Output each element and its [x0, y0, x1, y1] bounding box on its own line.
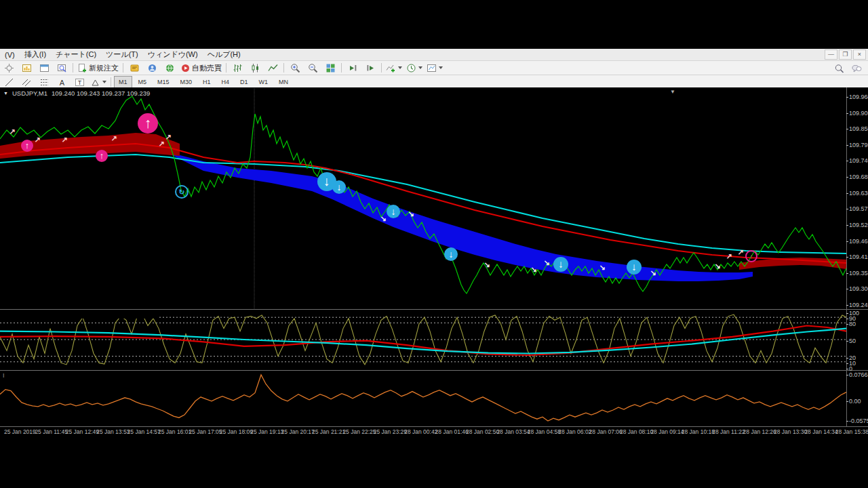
- fibonacci-button[interactable]: [35, 75, 53, 89]
- axis-tick: [846, 358, 848, 359]
- auto-scroll-button[interactable]: [344, 61, 361, 75]
- price-axis-label: 109.410: [849, 253, 868, 260]
- auto-scroll-icon: [348, 63, 358, 73]
- crosshair-button[interactable]: [0, 61, 18, 75]
- autotrading-button[interactable]: 自動売買: [178, 61, 224, 75]
- chat-button[interactable]: [848, 62, 865, 75]
- data-window-button[interactable]: [161, 61, 178, 75]
- timeframe-w1-button[interactable]: W1: [254, 76, 273, 88]
- time-axis-label: 25 Jan 11:45: [35, 428, 68, 435]
- up-arrow-icon: ↗: [737, 248, 743, 256]
- menu-item-4[interactable]: ウィンドウ(W): [143, 49, 203, 60]
- timeframe-mn-button[interactable]: MN: [274, 76, 293, 88]
- text-button[interactable]: A: [53, 75, 71, 89]
- window-controls: —❐×: [825, 49, 866, 60]
- toolbar-separator: [341, 63, 342, 73]
- chart-shift-button[interactable]: [361, 61, 379, 75]
- terminal-button[interactable]: [143, 61, 161, 75]
- zoom-window-icon: [57, 63, 67, 73]
- chart-quick-menu-icon[interactable]: ▼: [3, 91, 8, 96]
- trendline-icon: [4, 77, 14, 87]
- buy-outline-signal-icon: ↑: [750, 253, 753, 260]
- chevron-down-icon: [418, 66, 422, 69]
- time-axis-label: 28 Jan 06:02: [558, 428, 591, 435]
- candle-chart-button[interactable]: [246, 61, 264, 75]
- time-axis-label: 25 Jan 17:05: [189, 428, 222, 435]
- metaeditor-button[interactable]: [125, 61, 143, 75]
- price-axis-label: 109.465: [849, 238, 868, 245]
- oscillator-indicator-panel[interactable]: [0, 310, 846, 370]
- new-order-icon: [77, 63, 87, 73]
- periods-button[interactable]: [404, 61, 425, 75]
- menu-item-1[interactable]: 挿入(I): [20, 49, 51, 60]
- search-icon: [834, 64, 844, 74]
- text-label-button[interactable]: T: [71, 75, 88, 89]
- up-arrow-icon: ↗: [158, 140, 164, 148]
- price-axis-label: 109.630: [849, 190, 868, 197]
- axis-tick: [846, 313, 848, 314]
- momentum-indicator-panel[interactable]: [0, 371, 846, 426]
- time-axis-label: 28 Jan 00:42: [404, 428, 437, 435]
- time-axis-label: 25 Jan 2019: [4, 428, 36, 435]
- trendline-button[interactable]: [0, 75, 18, 89]
- time-axis-label: 28 Jan 14:34: [804, 428, 837, 435]
- timeframe-m5-button[interactable]: M5: [134, 76, 152, 88]
- oscillator-axis-label: 50: [849, 338, 856, 344]
- axis-tick: [846, 257, 848, 258]
- menu-item-2[interactable]: チャート(C): [51, 49, 101, 60]
- profiles-icon: [39, 63, 50, 73]
- axis-tick: [846, 375, 848, 375]
- zoom-window-button[interactable]: [53, 61, 71, 75]
- zoom-in-button[interactable]: [286, 61, 304, 75]
- time-axis-label: 28 Jan 08:10: [620, 428, 653, 435]
- panel-separator: [0, 426, 868, 427]
- close-window-button[interactable]: ×: [853, 49, 866, 60]
- new-order-button[interactable]: 新規注文: [75, 61, 121, 75]
- zoom-out-button[interactable]: [304, 61, 321, 75]
- buy-signal-icon: ↑: [144, 115, 152, 131]
- axis-tick: [846, 401, 848, 402]
- channels-button[interactable]: [18, 75, 35, 89]
- timeframe-h4-button[interactable]: H4: [217, 76, 235, 88]
- chart-ohlc-values: 109.240 109.243 109.237 109.239: [52, 89, 150, 97]
- chart-shift-marker[interactable]: ▼: [670, 89, 675, 95]
- profiles-button[interactable]: [35, 61, 53, 75]
- templates-button[interactable]: [425, 61, 445, 75]
- menu-item-5[interactable]: ヘルプ(H): [203, 49, 245, 60]
- standard-toolbar: 新規注文自動売買: [0, 61, 868, 75]
- data-window-icon: [165, 63, 175, 73]
- restore-window-button[interactable]: ❐: [839, 49, 852, 60]
- timeframe-h1-button[interactable]: H1: [198, 76, 216, 88]
- timeframe-m15-button[interactable]: M15: [153, 76, 174, 88]
- price-axis-label: 109.905: [849, 110, 868, 117]
- main-price-chart[interactable]: ↑↑↑↑↓↓↓↓↓↓↻↗↗↗↗↗↗↗↗↘↘↘↘↘↘↘↘: [0, 88, 846, 309]
- tile-windows-button[interactable]: [321, 61, 339, 75]
- bar-chart-button[interactable]: [229, 61, 246, 75]
- menu-item-0[interactable]: (V): [0, 51, 20, 59]
- up-arrow-icon: ↗: [34, 136, 40, 144]
- search-button[interactable]: [830, 62, 848, 75]
- shapes-button[interactable]: [88, 75, 108, 89]
- timeframe-m30-button[interactable]: M30: [176, 76, 197, 88]
- timeframe-d1-button[interactable]: D1: [235, 76, 253, 88]
- axis-tick: [846, 193, 848, 194]
- price-axis-label: 109.575: [849, 205, 868, 212]
- line-chart-button[interactable]: [264, 61, 281, 75]
- minimize-window-button[interactable]: —: [825, 49, 837, 60]
- sell-signal-icon: ↓: [558, 258, 564, 270]
- down-arrow-icon: ↘: [484, 260, 490, 268]
- menu-item-3[interactable]: ツール(T): [101, 49, 143, 60]
- time-axis-label: 25 Jan 16:01: [158, 428, 191, 435]
- panel-separator[interactable]: [0, 309, 868, 310]
- axis-tick: [846, 97, 848, 98]
- new-chart-button[interactable]: [18, 61, 35, 75]
- time-axis-label: 25 Jan 12:49: [66, 428, 99, 435]
- indicators-button[interactable]: [384, 61, 404, 75]
- down-arrow-icon: ↘: [714, 262, 720, 270]
- tile-windows-icon: [326, 63, 336, 73]
- time-axis-label: 28 Jan 11:22: [712, 428, 745, 435]
- axis-tick: [846, 369, 848, 369]
- axis-tick: [846, 319, 848, 319]
- timeframe-m1-button[interactable]: M1: [114, 76, 132, 88]
- price-axis-label: 109.245: [849, 302, 868, 308]
